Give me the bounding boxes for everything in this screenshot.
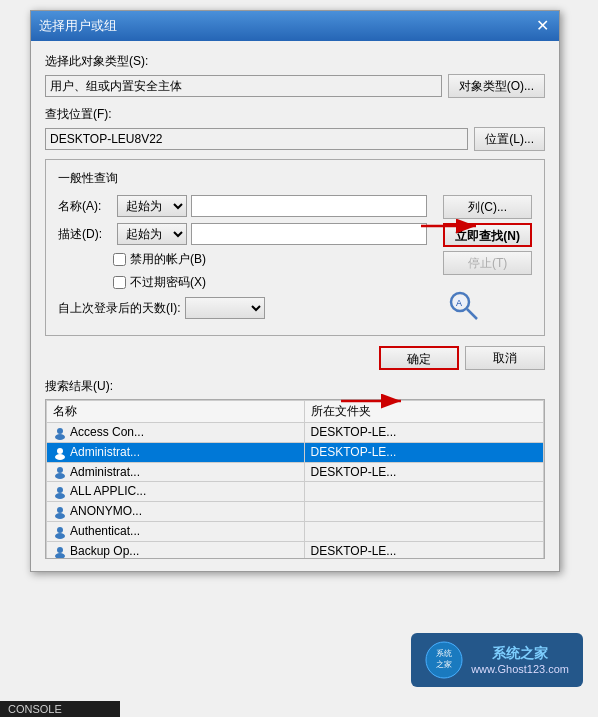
dialog-body: 选择此对象类型(S): 对象类型(O)... 查找位置(F): 位置(L)...… [31, 41, 559, 571]
desc-label: 描述(D): [58, 226, 113, 243]
svg-point-7 [55, 454, 65, 460]
checkbox-disabled-row: 禁用的帐户(B) [58, 251, 427, 268]
col-name-header: 名称 [47, 401, 305, 423]
svg-point-15 [55, 533, 65, 539]
results-label: 搜索结果(U): [45, 378, 545, 395]
svg-line-1 [467, 309, 477, 319]
table-row[interactable]: ANONYMO... [47, 502, 544, 522]
col-folder-header: 所在文件夹 [304, 401, 543, 423]
bottom-buttons: 确定 取消 [45, 346, 545, 370]
desc-combo[interactable]: 起始为 [117, 223, 187, 245]
query-form-area: 名称(A): 起始为 描述(D): 起始为 [58, 195, 532, 325]
watermark-logo-icon: 系统 之家 [425, 641, 463, 679]
svg-point-8 [57, 467, 63, 473]
desc-input[interactable] [191, 223, 427, 245]
location-button[interactable]: 位置(L)... [474, 127, 545, 151]
checkbox-neverexpire-row: 不过期密码(X) [58, 274, 427, 291]
ok-button[interactable]: 确定 [379, 346, 459, 370]
object-type-input[interactable] [45, 75, 442, 97]
svg-point-5 [55, 434, 65, 440]
svg-point-16 [57, 547, 63, 553]
never-expire-label: 不过期密码(X) [130, 274, 206, 291]
svg-text:A: A [456, 298, 462, 308]
svg-point-13 [55, 513, 65, 519]
cell-folder: DESKTOP-LE... [304, 423, 543, 443]
table-row[interactable]: Backup Op...DESKTOP-LE... [47, 541, 544, 559]
search-icon-area: A [443, 285, 483, 325]
svg-point-6 [57, 448, 63, 454]
location-label: 查找位置(F): [45, 106, 545, 123]
cell-name: ALL APPLIC... [47, 482, 305, 502]
svg-point-4 [57, 428, 63, 434]
user-icon [53, 525, 67, 539]
user-icon [53, 505, 67, 519]
table-row[interactable]: Administrat...DESKTOP-LE... [47, 462, 544, 482]
user-icon [53, 426, 67, 440]
list-button[interactable]: 列(C)... [443, 195, 532, 219]
svg-point-10 [57, 487, 63, 493]
cell-folder [304, 522, 543, 542]
svg-text:系统: 系统 [436, 649, 452, 658]
days-label: 自上次登录后的天数(I): [58, 300, 181, 317]
svg-text:之家: 之家 [436, 660, 452, 669]
cell-name: Administrat... [47, 462, 305, 482]
watermark: 系统 之家 系统之家 www.Ghost123.com [411, 633, 583, 687]
user-icon [53, 465, 67, 479]
general-query-title: 一般性查询 [58, 170, 532, 187]
search-now-button[interactable]: 立即查找(N) [443, 223, 532, 247]
name-row: 名称(A): 起始为 [58, 195, 427, 217]
title-bar: 选择用户或组 ✕ [31, 11, 559, 41]
cell-name: Backup Op... [47, 541, 305, 559]
close-button[interactable]: ✕ [534, 18, 551, 34]
query-fields: 名称(A): 起始为 描述(D): 起始为 [58, 195, 427, 325]
location-input[interactable] [45, 128, 468, 150]
cell-folder [304, 482, 543, 502]
dialog-title: 选择用户或组 [39, 17, 117, 35]
select-user-dialog: 选择用户或组 ✕ 选择此对象类型(S): 对象类型(O)... 查找位置(F):… [30, 10, 560, 572]
cell-folder: DESKTOP-LE... [304, 541, 543, 559]
search-icon: A [445, 287, 481, 323]
watermark-text-area: 系统之家 www.Ghost123.com [471, 645, 569, 675]
user-icon [53, 485, 67, 499]
location-row: 位置(L)... [45, 127, 545, 151]
console-label: CONSOLE [8, 703, 62, 715]
desc-row: 描述(D): 起始为 [58, 223, 427, 245]
table-row[interactable]: Authenticat... [47, 522, 544, 542]
cell-name: Authenticat... [47, 522, 305, 542]
object-type-button[interactable]: 对象类型(O)... [448, 74, 545, 98]
table-row[interactable]: ALL APPLIC... [47, 482, 544, 502]
svg-point-9 [55, 473, 65, 479]
cell-name: Administrat... [47, 442, 305, 462]
disabled-account-label: 禁用的帐户(B) [130, 251, 206, 268]
svg-point-17 [55, 553, 65, 559]
never-expire-checkbox[interactable] [113, 276, 126, 289]
results-table: 名称 所在文件夹 Access Con...DESKTOP-LE...Admin… [46, 400, 544, 559]
svg-point-14 [57, 527, 63, 533]
watermark-site: 系统之家 [471, 645, 569, 663]
object-type-row: 对象类型(O)... [45, 74, 545, 98]
svg-point-11 [55, 493, 65, 499]
stop-button[interactable]: 停止(T) [443, 251, 532, 275]
cell-name: ANONYMO... [47, 502, 305, 522]
svg-point-12 [57, 507, 63, 513]
cell-folder [304, 502, 543, 522]
cancel-button[interactable]: 取消 [465, 346, 545, 370]
disabled-account-checkbox[interactable] [113, 253, 126, 266]
days-combo[interactable] [185, 297, 265, 319]
user-icon [53, 446, 67, 460]
table-row[interactable]: Access Con...DESKTOP-LE... [47, 423, 544, 443]
cell-name: Access Con... [47, 423, 305, 443]
right-buttons-area: 列(C)... 立即查找(N) 停止(T) A [443, 195, 532, 325]
user-icon [53, 545, 67, 559]
results-table-container[interactable]: 名称 所在文件夹 Access Con...DESKTOP-LE...Admin… [45, 399, 545, 559]
watermark-url: www.Ghost123.com [471, 663, 569, 675]
days-row: 自上次登录后的天数(I): [58, 297, 427, 319]
general-query-box: 一般性查询 名称(A): 起始为 描述(D): [45, 159, 545, 336]
cell-folder: DESKTOP-LE... [304, 442, 543, 462]
console-bar: CONSOLE [0, 701, 120, 717]
object-type-label: 选择此对象类型(S): [45, 53, 545, 70]
table-row[interactable]: Administrat...DESKTOP-LE... [47, 442, 544, 462]
name-combo[interactable]: 起始为 [117, 195, 187, 217]
name-input[interactable] [191, 195, 427, 217]
name-label: 名称(A): [58, 198, 113, 215]
